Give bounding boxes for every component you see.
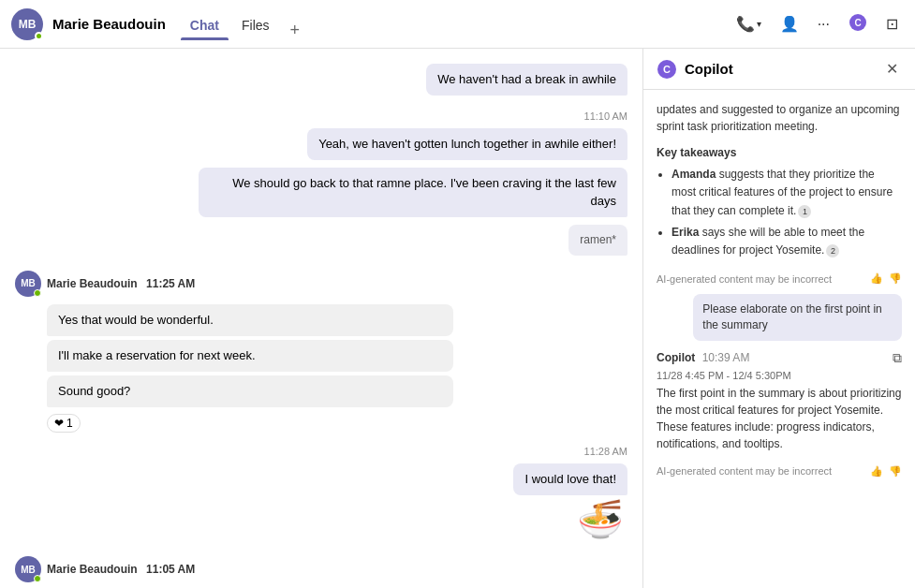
sender-info: MB Marie Beaudouin 11:05 AM <box>15 556 627 582</box>
avatar: MB <box>11 8 43 40</box>
thumbs-down-icon[interactable]: 👎 <box>889 272 902 285</box>
avatar: MB <box>15 271 41 297</box>
message-bubble: Sound good? <box>47 375 453 407</box>
more-options-button[interactable]: ··· <box>812 12 835 37</box>
tab-files[interactable]: Files <box>232 14 279 40</box>
thumbs-down-icon-2[interactable]: 👎 <box>889 465 902 478</box>
copilot-title: Copilot <box>685 61 882 77</box>
sender-name-time: Marie Beaudouin 11:25 AM <box>47 277 195 290</box>
key-takeaways-title: Key takeaways <box>657 144 902 162</box>
copilot-response-header: Copilot 10:39 AM ⧉ <box>657 350 902 366</box>
popout-button[interactable]: ⊡ <box>880 11 904 37</box>
more-icon: ··· <box>818 16 830 33</box>
list-item: Erika says she will be able to meet the … <box>671 224 902 259</box>
copilot-panel: C Copilot ✕ updates and suggested to org… <box>643 49 915 588</box>
message-bubble: Yes that would be wonderful. <box>47 304 453 336</box>
ai-disclaimer-actions: 👍 👎 <box>870 272 902 285</box>
ai-disclaimer-actions-2: 👍 👎 <box>870 465 902 478</box>
reaction-count: 1 <box>66 417 73 430</box>
heart-icon: ❤ <box>54 417 64 430</box>
message-bubble: Yeah, we haven't gotten lunch together i… <box>307 128 627 160</box>
copilot-header: C Copilot ✕ <box>643 49 915 90</box>
avatar: MB <box>15 556 41 582</box>
main-area: We haven't had a break in awhile 11:10 A… <box>0 49 915 588</box>
svg-text:C: C <box>663 64 671 75</box>
message-bubble: We should go back to that ramne place. I… <box>199 168 627 216</box>
message-bubble: ramen* <box>568 225 627 256</box>
table-row: Yeah, we haven't gotten lunch together i… <box>15 128 627 160</box>
reference-number: 1 <box>798 205 811 218</box>
copilot-button[interactable]: C <box>843 9 873 39</box>
reaction-badge[interactable]: ❤ 1 <box>47 414 81 433</box>
message-bubble: I would love that! <box>513 463 627 495</box>
add-tab-button[interactable]: + <box>283 21 308 40</box>
online-status-dot <box>34 575 41 582</box>
copilot-response-text: The first point in the summary is about … <box>657 385 902 452</box>
list-item: Amanda suggests that they prioritize the… <box>671 166 902 220</box>
sender-name-time: Marie Beaudouin 11:05 AM <box>47 563 195 576</box>
table-row: ramen* <box>15 225 627 256</box>
header-tabs: Chat Files + <box>181 7 307 40</box>
ai-disclaimer-2: AI-generated content may be incorrect 👍 … <box>657 465 902 478</box>
copilot-header-icon: C <box>849 13 867 36</box>
message-timestamp: 11:10 AM <box>15 110 627 122</box>
copilot-response: Copilot 10:39 AM ⧉ 11/28 4:45 PM - 12/4 … <box>657 350 902 452</box>
call-button[interactable]: 📞 ▾ <box>731 11 767 37</box>
copilot-summary-text: updates and suggested to organize an upc… <box>657 101 902 135</box>
copilot-key-takeaways: Key takeaways Amanda suggests that they … <box>657 144 902 259</box>
tab-chat[interactable]: Chat <box>181 14 229 40</box>
popout-icon: ⊡ <box>886 15 898 33</box>
header-actions: 📞 ▾ 👤 ··· C ⊡ <box>731 9 904 39</box>
svg-text:C: C <box>854 18 861 28</box>
chat-messages: We haven't had a break in awhile 11:10 A… <box>0 49 642 588</box>
phone-icon: 📞 <box>736 15 755 33</box>
table-row: We haven't had a break in awhile <box>15 64 627 96</box>
copilot-response-sender: Copilot 10:39 AM <box>657 351 749 364</box>
video-button[interactable]: 👤 <box>775 11 804 37</box>
contact-name: Marie Beaudouin <box>52 16 166 32</box>
header: MB Marie Beaudouin Chat Files + 📞 ▾ 👤 ··… <box>0 0 915 49</box>
table-row: We should go back to that ramne place. I… <box>15 168 627 216</box>
close-button[interactable]: ✕ <box>882 58 902 80</box>
chat-panel: We haven't had a break in awhile 11:10 A… <box>0 49 643 588</box>
message-bubble: We haven't had a break in awhile <box>426 64 627 96</box>
copilot-user-prompt: Please elaborate on the first point in t… <box>693 294 902 341</box>
message-bubble: I'll make a reservation for next week. <box>47 340 453 372</box>
copilot-response-date: 11/28 4:45 PM - 12/4 5:30PM <box>657 370 902 381</box>
ramen-emoji: 🍜 <box>577 497 627 541</box>
video-icon: 👤 <box>780 15 799 33</box>
call-dropdown-icon: ▾ <box>757 19 761 29</box>
left-messages-group: Yes that would be wonderful. I'll make a… <box>15 304 627 434</box>
table-row: I would love that! 🍜 <box>15 463 627 541</box>
ai-disclaimer: AI-generated content may be incorrect 👍 … <box>657 272 902 285</box>
thumbs-up-icon[interactable]: 👍 <box>870 272 883 285</box>
copy-button[interactable]: ⧉ <box>893 350 902 366</box>
copilot-icon: C <box>657 59 677 80</box>
message-timestamp: 11:28 AM <box>15 446 627 457</box>
copilot-content: updates and suggested to organize an upc… <box>643 90 915 588</box>
online-status-dot <box>35 32 43 40</box>
online-status-dot <box>34 289 41 297</box>
thumbs-up-icon-2[interactable]: 👍 <box>870 465 883 478</box>
reference-number: 2 <box>826 244 839 257</box>
sender-info: MB Marie Beaudouin 11:25 AM <box>15 271 627 297</box>
